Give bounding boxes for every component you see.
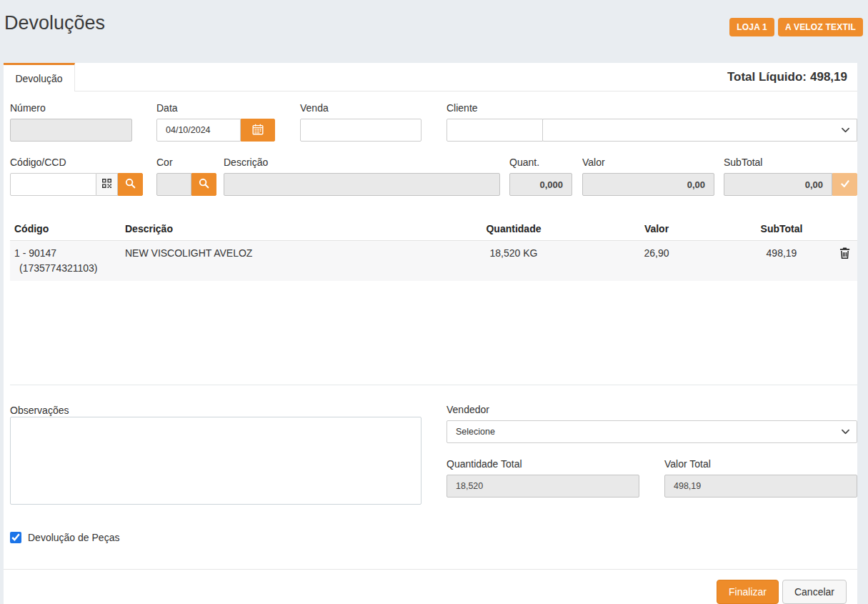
subtotal-label: SubTotal (724, 157, 857, 169)
tab-spacer (75, 63, 727, 91)
trash-icon (839, 247, 850, 262)
bottom-right-column: Vendedor Selecione Quantidade To (447, 404, 857, 508)
search-icon (125, 178, 136, 191)
table-row: 1 - 90147 (1735774321103) NEW VISCOLIGHT… (10, 241, 857, 282)
cliente-select[interactable] (542, 119, 857, 142)
item-codigo-detail: (1735774321103) (14, 262, 116, 274)
item-descricao: NEW VISCOLIGHT AVELOZ (121, 241, 442, 282)
page-title: Devoluções (4, 12, 105, 34)
cliente-field: Cliente (447, 102, 857, 142)
vendedor-label: Vendedor (447, 404, 857, 416)
items-table-header: Código Descrição Quantidade Valor SubTot… (10, 217, 857, 241)
quant-input (509, 173, 572, 196)
data-input[interactable] (156, 119, 241, 142)
numero-field: Número (10, 102, 132, 142)
quantidade-total-input (447, 475, 639, 497)
valor-label: Valor (582, 157, 714, 169)
venda-input[interactable] (300, 119, 421, 142)
numero-label: Número (10, 102, 132, 114)
cliente-code-input[interactable] (447, 119, 543, 142)
confirm-item-button[interactable] (832, 173, 857, 196)
quantidade-total-field: Quantidade Total (447, 458, 639, 497)
quant-label: Quant. (509, 157, 572, 169)
item-actions-cell (835, 241, 857, 282)
codigo-ccd-field: Código/CCD (10, 157, 143, 196)
data-label: Data (156, 102, 275, 114)
devolucoes-page: Devoluções LOJA 1 A VELOZ TEXTIL Devoluç… (0, 0, 868, 604)
codigo-search-button[interactable] (118, 173, 143, 196)
company-badge[interactable]: A VELOZ TEXTIL (778, 18, 863, 36)
vendedor-select[interactable]: Selecione (447, 420, 857, 443)
descricao-field: Descrição (224, 157, 500, 196)
form-row-1: Número Data (10, 102, 857, 142)
finalizar-button[interactable]: Finalizar (717, 580, 779, 604)
search-icon (199, 178, 209, 191)
quantidade-total-label: Quantidade Total (447, 458, 639, 470)
cor-label: Cor (156, 157, 216, 169)
total-liquido-value: 498,19 (810, 70, 847, 84)
page-header: Devoluções LOJA 1 A VELOZ TEXTIL (0, 0, 868, 63)
observacoes-field: Observações (10, 404, 421, 508)
col-quantidade: Quantidade (442, 217, 585, 241)
valor-total-input (664, 475, 857, 497)
cancelar-button[interactable]: Cancelar (782, 580, 847, 604)
cor-field: Cor (156, 157, 216, 196)
item-codigo: 1 - 90147 (14, 247, 56, 259)
main-panel: Devolução Total Líquido: 498,19 Número D… (4, 63, 857, 604)
valor-input (582, 173, 714, 196)
valor-field: Valor (582, 157, 714, 196)
section-divider (10, 385, 857, 385)
item-quantidade: 18,520 KG (442, 241, 585, 282)
vendedor-select-wrap: Selecione (447, 420, 857, 443)
item-valor: 26,90 (585, 241, 728, 282)
venda-field: Venda (300, 102, 421, 142)
col-codigo: Código (10, 217, 121, 241)
form-content: Número Data (4, 91, 857, 553)
store-badge[interactable]: LOJA 1 (729, 18, 774, 36)
header-badges: LOJA 1 A VELOZ TEXTIL (729, 18, 863, 36)
observacoes-label: Observações (10, 405, 69, 416)
codigo-group (10, 173, 143, 196)
cor-input (156, 173, 191, 196)
descricao-label: Descrição (224, 157, 500, 169)
cliente-label: Cliente (447, 102, 857, 114)
data-group (156, 119, 275, 142)
cliente-select-wrap (542, 119, 857, 142)
delete-item-button[interactable] (839, 247, 850, 262)
check-icon (840, 179, 850, 191)
calendar-button[interactable] (241, 119, 275, 142)
cor-search-button[interactable] (191, 173, 216, 196)
form-row-2: Código/CCD (10, 157, 857, 196)
observacoes-textarea[interactable] (10, 417, 421, 505)
codigo-ccd-label: Código/CCD (10, 157, 143, 169)
barcode-scan-button[interactable] (96, 173, 118, 196)
calendar-icon (252, 124, 264, 137)
item-codigo-cell: 1 - 90147 (1735774321103) (10, 241, 121, 282)
valor-total-label: Valor Total (664, 458, 857, 470)
cliente-group (447, 119, 857, 142)
cor-group (156, 173, 216, 196)
quant-field: Quant. (509, 157, 572, 196)
subtotal-input (724, 173, 832, 196)
subtotal-field: SubTotal (724, 157, 857, 196)
col-valor: Valor (585, 217, 728, 241)
col-actions (835, 217, 857, 241)
total-liquido-label: Total Líquido: (727, 70, 807, 84)
tab-bar: Devolução Total Líquido: 498,19 (4, 63, 857, 91)
numero-input (10, 119, 132, 142)
qr-code-icon (102, 179, 111, 190)
tab-devolucao[interactable]: Devolução (4, 63, 75, 91)
footer-actions: Finalizar Cancelar (4, 569, 857, 604)
vendedor-field: Vendedor Selecione (447, 404, 857, 443)
item-subtotal: 498,19 (728, 241, 835, 282)
codigo-ccd-input[interactable] (10, 173, 96, 196)
venda-label: Venda (300, 102, 421, 114)
totals-row: Quantidade Total Valor Total (447, 458, 857, 497)
subtotal-group (724, 173, 857, 196)
devolucao-pecas-checkbox[interactable] (10, 532, 21, 543)
col-descricao: Descrição (121, 217, 442, 241)
col-subtotal: SubTotal (728, 217, 835, 241)
total-liquido: Total Líquido: 498,19 (727, 63, 857, 91)
devolucao-pecas-label[interactable]: Devolução de Peças (28, 532, 119, 543)
data-field: Data (156, 102, 275, 142)
